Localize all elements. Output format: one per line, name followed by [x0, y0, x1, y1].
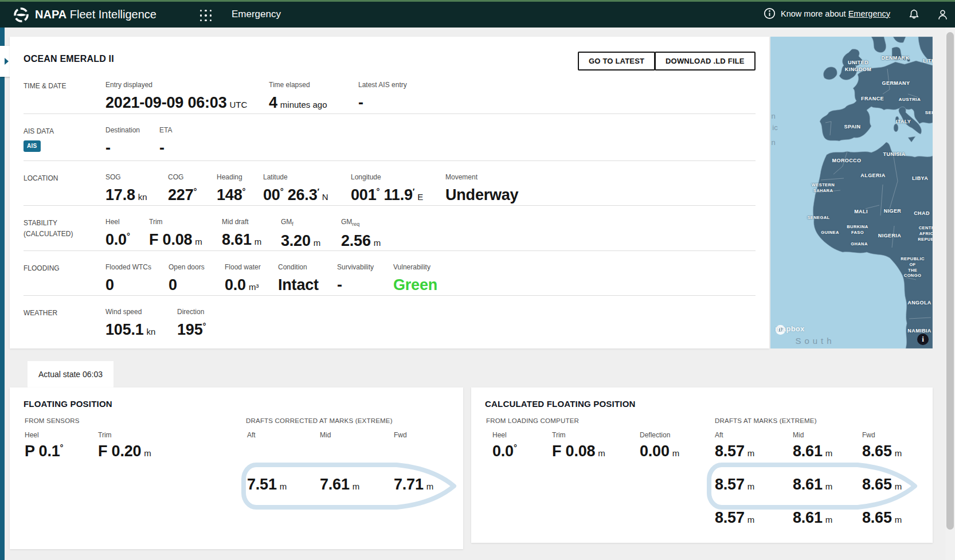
drafts-label: DRAFTS CORRECTED AT MARKS (EXTREME): [246, 417, 393, 424]
col-fwd: Fwd: [394, 431, 407, 439]
user-profile-icon[interactable]: [936, 8, 949, 24]
vessel-name: OCEAN EMERALD II: [24, 54, 114, 64]
mapbox-wordmark: mapbox: [775, 324, 805, 333]
draft-aft-extreme: 8.57m: [715, 442, 754, 460]
map-label: BURKINA FASO: [847, 224, 868, 236]
field-destination: Destination -: [105, 126, 159, 157]
map-label: UNITED KINGDOM: [845, 60, 871, 73]
ocean-label: South: [795, 336, 835, 346]
field-flood-water: Flood water 0.0m³: [225, 263, 278, 294]
field-longitude: Longitude 001° 11.9′E: [351, 173, 445, 204]
field-eta: ETA -: [159, 126, 172, 157]
brand-wordmark: NAPA Fleet Intelligence: [35, 8, 156, 21]
draft-mid-value: 7.61m: [320, 476, 359, 494]
scrollbar-thumb[interactable]: [946, 32, 954, 530]
map-label: ANGOLA: [907, 300, 931, 307]
draft-aft-mid-row: 8.57m: [715, 476, 754, 494]
emergency-dashboard: NAPA Fleet Intelligence Emergency Know m…: [0, 0, 955, 560]
col-trim: Trim: [552, 431, 566, 439]
col-aft: Aft: [247, 431, 256, 439]
vessel-location-map[interactable]: DENMARKUNITED KINGDOMLITHUANIAGERMANYFRA…: [770, 37, 933, 348]
row-stability: STABILITY (CALCULATED) Heel 0.0° Trim F …: [24, 205, 756, 250]
field-open-doors: Open doors 0: [169, 263, 225, 294]
ocean-label: ic: [772, 123, 777, 132]
know-more-link[interactable]: Emergency: [848, 9, 890, 18]
field-vulnerability: Vulnerability Green: [393, 263, 437, 294]
ocean-label: n: [771, 138, 775, 147]
map-label: NAMIBIA: [907, 328, 931, 335]
map-label: WESTERN SAHARA: [812, 182, 835, 194]
collapsed-sidebar-rail: [0, 28, 5, 560]
floating-position-panel: FLOATING POSITION FROM SENSORS DRAFTS CO…: [10, 387, 463, 549]
row-label: AIS DATA: [24, 127, 54, 135]
download-ld-file-button[interactable]: DOWNLOAD .LD FILE: [655, 52, 756, 71]
map-label: AUSTRIA: [899, 97, 921, 103]
row-label: FLOODING: [24, 263, 105, 294]
tab-actual-state[interactable]: Actual state 06:03: [28, 361, 113, 387]
heel-value: 0.0°: [492, 442, 517, 460]
mapbox-attribution[interactable]: mapbox: [775, 324, 805, 333]
map-label: TUNISIA: [883, 151, 906, 158]
field-latitude: Latitude 00° 26.3′N: [263, 173, 351, 204]
draft-mid-extreme: 8.61m: [793, 442, 832, 460]
row-ais-data: AIS DATA AIS Destination - ETA -: [24, 113, 756, 157]
panel-title: FLOATING POSITION: [24, 399, 112, 409]
map-label: GERMANY: [882, 80, 910, 87]
row-label: TIME & DATE: [24, 81, 105, 112]
map-info-button[interactable]: i: [917, 334, 929, 345]
vulnerability-status: Green: [393, 276, 437, 293]
map-label: NIGER: [884, 208, 902, 215]
field-wind-direction: Direction 195°: [177, 308, 206, 339]
draft-fwd-extreme: 8.65m: [862, 442, 902, 460]
row-label: STABILITY: [24, 219, 57, 227]
map-label: LIBYA: [912, 175, 928, 182]
field-heading: Heading 148°: [217, 173, 263, 204]
field-entry-displayed: Entry displayed 2021-09-09 06:03UTC: [105, 81, 269, 112]
field-movement: Movement Underway: [445, 173, 518, 204]
col-heel: Heel: [25, 431, 39, 439]
ocean-label: n: [771, 112, 775, 120]
heel-value: P 0.1°: [25, 442, 63, 460]
row-location: LOCATION SOG 17.8kn COG 227° Heading 148…: [24, 160, 756, 204]
field-cog: COG 227°: [168, 173, 217, 204]
notifications-bell-icon[interactable]: [907, 8, 921, 24]
field-latest-ais-entry: Latest AIS entry -: [358, 81, 407, 112]
map-label: MOROCCO: [832, 158, 862, 165]
deflection-value: 0.00m: [640, 442, 679, 460]
row-label: WEATHER: [24, 308, 105, 339]
map-label: FRANCE: [861, 96, 884, 103]
app-switcher-icon[interactable]: [199, 9, 212, 22]
source-label: FROM SENSORS: [25, 417, 80, 424]
draft-fwd-value: 7.71m: [394, 476, 433, 494]
col-heel: Heel: [492, 431, 507, 439]
map-label: NIGERIA: [878, 233, 901, 240]
brand-rest: Fleet Intelligence: [70, 8, 156, 21]
draft-aft-value: 7.51m: [247, 476, 287, 494]
draft-mid-mid-row: 8.61m: [793, 476, 832, 494]
field-mid-draft: Mid draft 8.61m: [222, 218, 281, 250]
source-label: FROM LOADING COMPUTER: [486, 417, 579, 424]
map-label: CHAD: [914, 210, 930, 217]
map-label: REPUBLIC OF THE CONGO: [901, 256, 925, 279]
trim-value: F 0.20m: [98, 442, 151, 460]
map-label: MALI: [854, 209, 868, 216]
field-wind-speed: Wind speed 105.1kn: [105, 308, 177, 339]
col-mid: Mid: [320, 431, 331, 439]
go-to-latest-button[interactable]: GO TO LATEST: [578, 52, 655, 71]
map-label: LITHUANIA: [923, 58, 933, 65]
info-icon: [764, 7, 776, 19]
map-label: DENMARK: [882, 55, 910, 62]
scrollbar-track[interactable]: [945, 28, 955, 560]
map-label: GUINEA: [821, 230, 839, 236]
row-label: LOCATION: [24, 173, 105, 204]
brand-bold: NAPA: [35, 8, 66, 21]
field-gm-req: GMreq 2.56m: [341, 218, 381, 250]
row-flooding: FLOODING Flooded WTCs 0 Open doors 0 Flo…: [24, 250, 756, 294]
col-trim: Trim: [98, 431, 112, 439]
row-weather: WEATHER Wind speed 105.1kn Direction 195…: [24, 295, 756, 339]
col-fwd: Fwd: [862, 431, 875, 439]
panel-title: CALCULATED FLOATING POSITION: [485, 399, 636, 409]
know-more-text: Know more about: [781, 9, 846, 18]
app-title: Emergency: [232, 9, 281, 20]
field-survivability: Survivability -: [337, 263, 393, 294]
